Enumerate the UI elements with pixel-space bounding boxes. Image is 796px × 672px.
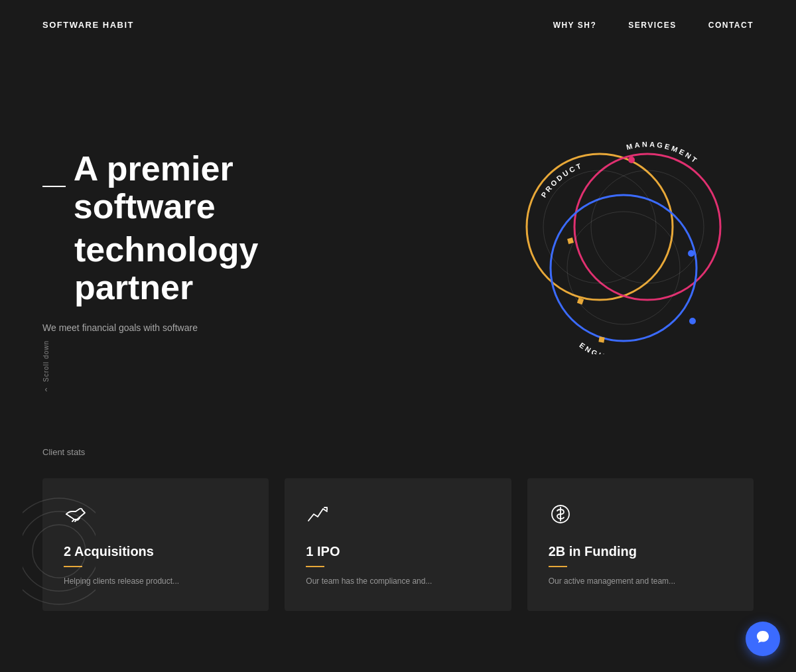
nav-link-why-sh[interactable]: WHY SH? [553,21,597,30]
venn-diagram: PRODUCT MANAGEMENT ENGINEERING [501,129,727,354]
svg-point-8 [628,157,635,163]
nav-item-contact[interactable]: CONTACT [708,19,754,31]
logo[interactable]: SOFTWARE HABIT [42,20,134,30]
svg-text:ENGINEERING: ENGINEERING [578,341,648,354]
stats-card-ipo: 1 IPO Our team has the compliance and... [285,478,511,611]
stats-section: Client stats 2 Acquisiti [0,421,796,611]
hero-subtitle: We meet financial goals with software [42,322,374,333]
svg-text:PRODUCT: PRODUCT [539,161,584,199]
svg-point-17 [33,525,86,578]
svg-point-2 [551,195,696,341]
scroll-down-arrow-icon: ‹ [45,385,48,394]
svg-point-11 [689,318,696,324]
svg-rect-10 [598,336,604,342]
dollar-icon [549,502,732,531]
navbar: SOFTWARE HABIT WHY SH? SERVICES CONTACT [0,0,796,49]
stats-cards: 2 Acquisitions Helping clients release p… [42,478,754,611]
svg-point-5 [567,212,680,324]
nav-link-services[interactable]: SERVICES [628,21,676,30]
hero-dash [42,186,66,187]
svg-point-15 [23,498,96,604]
stats-section-label: Client stats [42,447,754,457]
svg-point-4 [591,170,704,283]
nav-links: WHY SH? SERVICES CONTACT [553,19,754,31]
hero-section: A premier software technology partner We… [0,49,796,421]
scroll-down-text: Scroll down [42,340,50,382]
svg-point-1 [574,154,720,300]
card-funding-underline [549,566,567,567]
nav-link-contact[interactable]: CONTACT [708,21,754,30]
chat-icon [756,630,770,648]
hero-title-line2: technology partner [42,231,374,306]
hero-title-line1: A premier software [74,150,374,226]
svg-text:MANAGEMENT: MANAGEMENT [626,140,700,165]
svg-point-16 [23,511,96,591]
nav-item-why-sh[interactable]: WHY SH? [553,19,597,31]
card-ipo-desc: Our team has the compliance and... [306,575,490,587]
svg-point-9 [688,250,695,257]
chat-button[interactable] [746,622,780,656]
card-funding-title: 2B in Funding [549,544,732,559]
svg-point-3 [543,170,656,283]
nav-item-services[interactable]: SERVICES [628,19,676,31]
card-ipo-underline [306,566,324,567]
hero-title-line: A premier software [42,150,374,226]
stats-card-funding: 2B in Funding Our active management and … [527,478,754,611]
scroll-down[interactable]: Scroll down ‹ [42,340,50,394]
card-ipo-title: 1 IPO [306,544,490,559]
card-funding-desc: Our active management and team... [549,575,732,587]
hero-text: A premier software technology partner We… [42,150,374,334]
chart-icon [306,502,490,531]
svg-point-0 [527,154,673,300]
